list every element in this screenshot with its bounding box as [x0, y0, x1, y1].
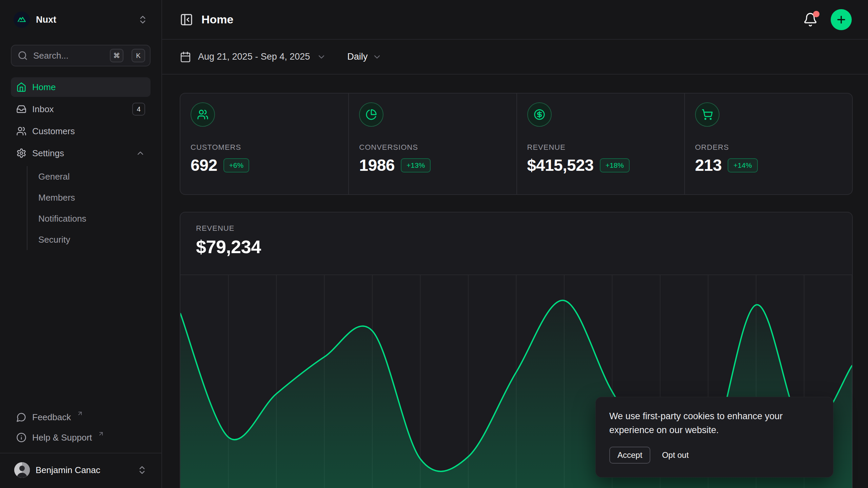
stat-label: ORDERS [695, 143, 842, 152]
stat-card-conversions[interactable]: CONVERSIONS 1986 +13% [348, 94, 516, 194]
avatar [14, 462, 30, 478]
info-icon [16, 432, 26, 443]
nuxt-logo-icon [14, 12, 30, 28]
sidebar: Nuxt Search... ⌘ K Home Inbox 4 [0, 0, 162, 488]
stat-delta-badge: +14% [728, 158, 757, 172]
notification-dot [813, 11, 820, 17]
search-icon [18, 50, 28, 61]
users-icon [16, 126, 26, 136]
chevron-up-icon [136, 148, 145, 158]
filters-toolbar: Aug 21, 2025 - Sep 4, 2025 Daily [162, 40, 868, 75]
inbox-count-badge: 4 [132, 103, 145, 116]
kbd-k: K [132, 49, 145, 62]
sidebar-item-general[interactable]: General [27, 166, 151, 187]
page-title: Home [201, 13, 233, 26]
cookie-banner: We use first-party cookies to enhance yo… [595, 397, 833, 477]
chart-pie-icon [359, 102, 383, 127]
notifications-button[interactable] [803, 12, 818, 27]
chevrons-up-down-icon [138, 15, 148, 25]
chart-title: REVENUE [196, 224, 852, 233]
collapse-sidebar-button[interactable] [180, 13, 193, 26]
team-switcher[interactable]: Nuxt [11, 10, 151, 29]
team-name: Nuxt [36, 15, 132, 25]
sidebar-item-label: Inbox [32, 104, 126, 115]
stat-value: 1986 [359, 156, 395, 175]
date-range-value: Aug 21, 2025 - Sep 4, 2025 [198, 52, 310, 62]
sidebar-item-security[interactable]: Security [27, 229, 151, 250]
stat-label: REVENUE [527, 143, 674, 152]
stats-row: CUSTOMERS 692 +6% CONVERSIONS 1986 +13% [180, 93, 853, 195]
sidebar-item-label: Feedback [32, 412, 71, 423]
stat-label: CUSTOMERS [191, 143, 338, 152]
message-bubble-icon [16, 412, 26, 422]
users-icon [191, 102, 215, 127]
stat-card-customers[interactable]: CUSTOMERS 692 +6% [180, 94, 348, 194]
sidebar-item-customers[interactable]: Customers [11, 121, 151, 141]
stat-card-revenue[interactable]: REVENUE $415,523 +18% [516, 94, 684, 194]
kbd-cmd: ⌘ [110, 49, 123, 62]
home-icon [16, 82, 26, 92]
sidebar-item-members[interactable]: Members [27, 187, 151, 208]
stat-value: $415,523 [527, 156, 594, 175]
external-link-arrow-icon [98, 430, 104, 437]
stat-label: CONVERSIONS [359, 143, 506, 152]
cookie-opt-out-button[interactable]: Opt out [662, 450, 689, 460]
shopping-cart-icon [695, 102, 719, 127]
user-menu[interactable]: Benjamin Canac [11, 459, 151, 481]
search-input[interactable]: Search... ⌘ K [11, 45, 151, 66]
sidebar-item-label: Home [32, 82, 145, 93]
calendar-icon [180, 51, 191, 63]
inbox-icon [16, 104, 26, 114]
settings-subnav: General Members Notifications Security [27, 166, 151, 250]
gear-icon [16, 148, 26, 158]
sidebar-item-help-support[interactable]: Help & Support [11, 428, 151, 448]
granularity-value: Daily [347, 52, 368, 62]
sidebar-spacer [11, 252, 151, 407]
sidebar-item-feedback[interactable]: Feedback [11, 407, 151, 428]
stat-delta-badge: +13% [401, 158, 431, 172]
sidebar-footer-nav: Feedback Help & Support [11, 407, 151, 448]
sidebar-item-label: Customers [32, 126, 145, 137]
stat-value: 213 [695, 156, 722, 175]
circle-dollar-icon [527, 102, 552, 127]
sidebar-item-settings[interactable]: Settings [11, 143, 151, 163]
user-name: Benjamin Canac [36, 465, 131, 475]
stat-delta-badge: +6% [223, 158, 250, 172]
stat-value: 692 [191, 156, 217, 175]
sidebar-item-notifications[interactable]: Notifications [27, 208, 151, 229]
sidebar-item-home[interactable]: Home [11, 77, 151, 97]
sidebar-nav: Home Inbox 4 Customers Settings Genera [11, 77, 151, 252]
sidebar-item-inbox[interactable]: Inbox 4 [11, 99, 151, 119]
sidebar-divider [0, 453, 161, 453]
sidebar-item-label: Settings [32, 148, 130, 159]
panel-left-close-icon [180, 13, 193, 26]
date-range-picker[interactable]: Aug 21, 2025 - Sep 4, 2025 [180, 51, 326, 63]
stat-delta-badge: +18% [600, 158, 630, 172]
plus-icon [835, 14, 847, 25]
add-button[interactable] [831, 9, 852, 30]
chevrons-up-down-icon [137, 465, 147, 475]
chevron-down-icon [317, 52, 326, 62]
stat-card-orders[interactable]: ORDERS 213 +14% [684, 94, 852, 194]
external-link-arrow-icon [77, 410, 83, 417]
page-header: Home [162, 0, 868, 40]
main-area: Home Aug 21, 2025 - Sep 4, 2025 Daily [162, 0, 868, 488]
cookie-message: We use first-party cookies to enhance yo… [609, 409, 806, 437]
cookie-accept-button[interactable]: Accept [609, 447, 650, 464]
chevron-down-icon [372, 52, 382, 62]
chart-current-value: $79,234 [196, 236, 852, 257]
sidebar-item-label: Help & Support [32, 432, 92, 443]
search-placeholder: Search... [33, 50, 104, 61]
granularity-select[interactable]: Daily [347, 52, 382, 62]
